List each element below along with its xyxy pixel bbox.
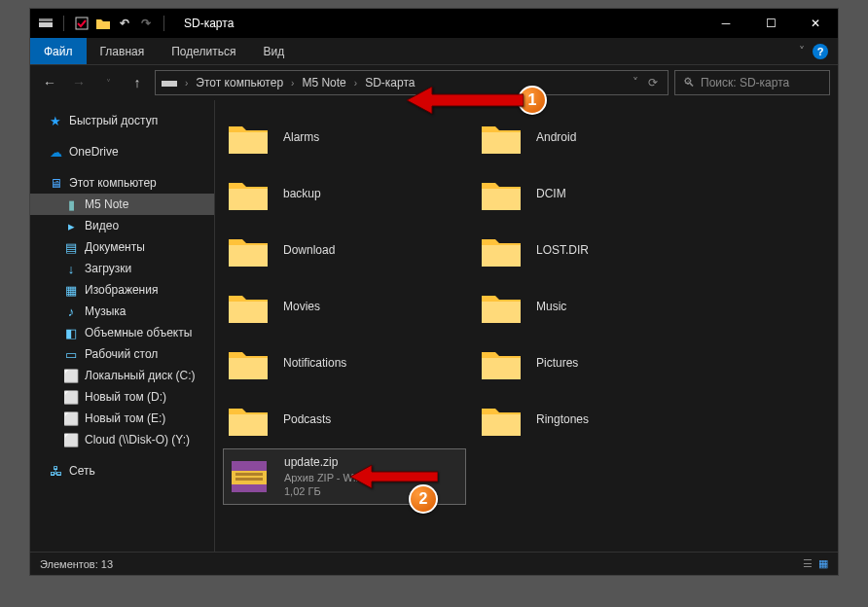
titlebar[interactable]: ↶ ↷ SD-карта ─ ☐ ✕: [30, 9, 838, 38]
cloud-icon: ☁: [48, 144, 63, 160]
cube-icon: ◧: [63, 325, 79, 340]
folder-icon: [480, 119, 523, 158]
tree-music[interactable]: ♪Музыка: [30, 301, 214, 322]
tree-disk-d[interactable]: ⬜Новый том (D:): [30, 386, 214, 408]
refresh-icon[interactable]: ⟳: [648, 76, 658, 89]
documents-icon: ▤: [63, 239, 79, 255]
chevron-icon[interactable]: ›: [181, 78, 192, 89]
tree-cloud-disk[interactable]: ⬜Cloud (\\Disk-O) (Y:): [30, 429, 214, 450]
disk-icon: ⬜: [63, 389, 79, 405]
svg-rect-6: [235, 473, 263, 476]
crumb-m5note[interactable]: M5 Note: [302, 76, 345, 89]
tree-m5note[interactable]: ▮M5 Note: [30, 194, 214, 215]
folder-icon: [480, 401, 523, 440]
file-pane[interactable]: Alarms Android backup DCIM Download LOST…: [215, 100, 838, 552]
back-button[interactable]: ←: [38, 71, 61, 94]
maximize-button[interactable]: ☐: [748, 9, 793, 38]
folder-item[interactable]: DCIM: [476, 166, 719, 223]
item-count: Элементов: 13: [40, 558, 113, 570]
folder-item[interactable]: Android: [476, 110, 719, 166]
folder-item[interactable]: Music: [476, 279, 719, 336]
folder-icon: [227, 401, 270, 440]
tab-file[interactable]: Файл: [30, 38, 87, 64]
tree-downloads[interactable]: ↓Загрузки: [30, 258, 214, 279]
tab-share[interactable]: Поделиться: [158, 38, 249, 64]
tree-documents[interactable]: ▤Документы: [30, 236, 214, 258]
chevron-icon[interactable]: ›: [287, 78, 298, 89]
help-icon[interactable]: ?: [813, 44, 828, 59]
folder-item[interactable]: Movies: [223, 279, 466, 336]
svg-rect-7: [235, 478, 263, 481]
folder-icon[interactable]: [95, 16, 111, 31]
svg-rect-2: [76, 18, 88, 29]
star-icon: ★: [48, 113, 63, 128]
zip-icon: [228, 457, 271, 496]
minimize-button[interactable]: ─: [704, 9, 748, 38]
file-type: Архив ZIP - WinRAR: [284, 471, 461, 484]
chevron-icon[interactable]: ›: [350, 78, 361, 89]
folder-icon: [480, 232, 523, 270]
folder-icon: [480, 288, 523, 327]
tab-home[interactable]: Главная: [87, 38, 159, 64]
folder-icon: [227, 288, 270, 327]
netdisk-icon: ⬜: [63, 432, 79, 447]
network-icon: 🖧: [48, 463, 63, 479]
drive-icon: [162, 75, 177, 90]
undo-icon[interactable]: ↶: [117, 16, 132, 31]
folder-item[interactable]: Alarms: [223, 110, 466, 166]
forward-button[interactable]: →: [67, 71, 90, 94]
pictures-icon: ▦: [63, 282, 79, 298]
music-icon: ♪: [63, 304, 79, 319]
pc-icon: 🖥: [48, 175, 63, 191]
view-tiles-icon[interactable]: ▦: [818, 557, 828, 570]
view-details-icon[interactable]: ☰: [803, 557, 813, 570]
folder-item[interactable]: backup: [223, 166, 466, 223]
folder-item[interactable]: Ringtones: [476, 392, 719, 448]
nav-tree: ★Быстрый доступ ☁OneDrive 🖥Этот компьюте…: [30, 100, 215, 552]
checkbox-icon[interactable]: [74, 16, 90, 31]
tree-disk-e[interactable]: ⬜Новый том (E:): [30, 408, 214, 429]
disk-icon: ⬜: [63, 368, 79, 383]
tab-view[interactable]: Вид: [249, 38, 298, 64]
crumb-sdcard[interactable]: SD-карта: [365, 76, 415, 89]
video-icon: ▸: [63, 218, 79, 233]
tree-onedrive[interactable]: ☁OneDrive: [30, 141, 214, 162]
tree-network[interactable]: 🖧Сеть: [30, 460, 214, 482]
desktop-icon: ▭: [63, 346, 79, 362]
svg-rect-0: [39, 22, 53, 27]
tree-desktop[interactable]: ▭Рабочий стол: [30, 343, 214, 365]
folder-icon: [480, 344, 523, 383]
tree-quick-access[interactable]: ★Быстрый доступ: [30, 110, 214, 131]
search-input[interactable]: 🔍︎ Поиск: SD-карта: [674, 70, 830, 95]
window-title: SD-карта: [184, 17, 234, 30]
tree-3dobjects[interactable]: ◧Объемные объекты: [30, 322, 214, 343]
phone-icon: ▮: [63, 196, 79, 212]
badge-2: 2: [409, 484, 438, 514]
folder-item[interactable]: LOST.DIR: [476, 223, 719, 279]
folder-item[interactable]: Pictures: [476, 336, 719, 392]
svg-rect-3: [162, 81, 177, 87]
tree-video[interactable]: ▸Видео: [30, 215, 214, 236]
history-dropdown-icon[interactable]: ˅: [633, 76, 638, 89]
recent-dropdown[interactable]: ˅: [96, 71, 120, 94]
close-button[interactable]: ✕: [793, 9, 838, 38]
folder-item[interactable]: Download: [223, 223, 466, 279]
tree-pictures[interactable]: ▦Изображения: [30, 279, 214, 301]
up-button[interactable]: ↑: [126, 71, 149, 94]
folder-item[interactable]: Podcasts: [223, 392, 466, 448]
tree-thispc[interactable]: 🖥Этот компьютер: [30, 172, 214, 194]
crumb-thispc[interactable]: Этот компьютер: [196, 76, 283, 89]
folder-icon: [480, 175, 523, 214]
downloads-icon: ↓: [63, 261, 79, 276]
ribbon: Файл Главная Поделиться Вид ˅ ?: [30, 38, 838, 65]
folder-icon: [227, 119, 270, 158]
breadcrumb-bar[interactable]: › Этот компьютер › M5 Note › SD-карта ˅ …: [155, 70, 669, 95]
ribbon-expand-icon[interactable]: ˅: [799, 45, 805, 58]
disk-icon: ⬜: [63, 411, 79, 426]
svg-rect-1: [39, 18, 53, 21]
drive-icon: [38, 16, 54, 31]
tree-disk-c[interactable]: ⬜Локальный диск (C:): [30, 365, 214, 386]
folder-item[interactable]: Notifications: [223, 336, 466, 392]
address-bar: ← → ˅ ↑ › Этот компьютер › M5 Note › SD-…: [30, 65, 838, 100]
redo-icon[interactable]: ↷: [138, 16, 154, 31]
